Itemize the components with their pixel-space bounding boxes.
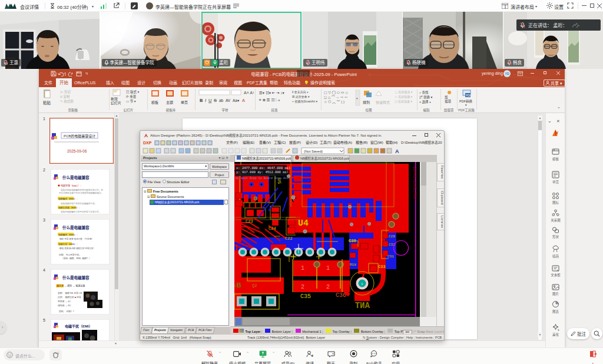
svg-text:什么是电磁兼容: 什么是电磁兼容 xyxy=(62,175,90,180)
svg-text:2025-09-06: 2025-09-06 xyxy=(67,149,87,153)
svg-text:电磁骚扰（EMS）：: 电磁骚扰（EMS）： xyxy=(58,233,79,236)
svg-text:C31: C31 xyxy=(387,254,394,259)
svg-text:C23: C23 xyxy=(246,219,253,224)
svg-text:▱ 形状轮廓 ▾: ▱ 形状轮廓 ▾ xyxy=(395,95,413,99)
svg-text:排列: 排列 xyxy=(363,100,370,105)
svg-text:Q2: Q2 xyxy=(252,283,257,288)
svg-text:是指对任意电磁骚扰环境中能够正常工作，且: 是指对任意电磁骚扰环境中能够正常工作，且 xyxy=(61,188,103,191)
svg-text:△ 形状填充 ▾: △ 形状填充 ▾ xyxy=(395,90,413,94)
svg-text:C35: C35 xyxy=(300,293,311,300)
svg-text:载项: 载项 xyxy=(445,99,452,104)
svg-text:C33: C33 xyxy=(378,264,386,269)
svg-text:A˄ A˅: A˄ A˅ xyxy=(244,91,254,95)
svg-text:PDF: PDF xyxy=(466,94,471,97)
svg-text:电磁抗扰度（EMS）：: 电磁抗扰度（EMS）： xyxy=(58,206,81,209)
svg-text:什么是电磁兼容: 什么是电磁兼容 xyxy=(62,275,90,280)
svg-text:线缆线 → RC: 线缆线 → RC xyxy=(58,304,71,307)
svg-text:Aa▾: Aa▾ xyxy=(233,98,240,102)
svg-text:粘贴: 粘贴 xyxy=(43,100,51,105)
svg-text:幻灯片: 幻灯片 xyxy=(111,101,121,105)
svg-text:损耗： 问题？？: 损耗： 问题？？ xyxy=(59,310,75,313)
svg-text:0: 0 xyxy=(362,282,363,286)
svg-text:C24: C24 xyxy=(269,226,276,231)
svg-text:⌁ 转换为SmartArt ▾: ⌁ 转换为SmartArt ▾ xyxy=(292,100,318,104)
svg-text:电磁干扰（EMI）: 电磁干扰（EMI） xyxy=(65,324,92,329)
svg-text:▾: ▾ xyxy=(465,103,467,107)
svg-text:A: A xyxy=(242,98,245,103)
svg-text:⧉ 复制: ⧉ 复制 xyxy=(60,94,70,99)
svg-text:是指在电磁骚扰小的不利环境下正常工作。: 是指在电磁骚扰小的不利环境下正常工作。 xyxy=(61,210,101,213)
svg-text:B: B xyxy=(200,98,203,103)
svg-text:⌕ 查找: ⌕ 查找 xyxy=(419,90,429,95)
svg-text:PCB的电磁兼容设计: PCB的电磁兼容设计 xyxy=(64,134,95,138)
svg-text:是指电磁环境产生的对设备骚扰干扰。: 是指电磁环境产生的对设备骚扰干扰。 xyxy=(61,202,97,205)
svg-text:发射： 辐射 RE 传导 CE: 发射： 辐射 RE 传导 CE xyxy=(58,292,82,294)
svg-text:U: U xyxy=(208,98,211,103)
svg-text:S: S xyxy=(214,98,217,103)
svg-text:⊞ 对齐文本 ▾: ⊞ 对齐文本 ▾ xyxy=(292,95,310,99)
svg-text:◆ 电磁环境（EMC）：: ◆ 电磁环境（EMC）： xyxy=(58,184,82,187)
svg-text:⫴ 文字方向 ▾: ⫴ 文字方向 ▾ xyxy=(292,90,309,94)
svg-text:抗扰： 辐射抗扰 ■ 传导: 抗扰： 辐射抗扰 ■ 传导 xyxy=(58,296,81,299)
svg-text:ANT: ANT xyxy=(355,301,370,310)
svg-text:什么是电磁兼容: 什么是电磁兼容 xyxy=(62,225,90,230)
svg-text:新建: 新建 xyxy=(111,97,118,101)
svg-text:1: 1 xyxy=(326,265,330,272)
svg-text:U4: U4 xyxy=(298,219,309,229)
svg-text:▭ 节 ▾: ▭ 节 ▾ xyxy=(126,99,136,104)
svg-text:主题: 主题 xyxy=(166,100,173,105)
svg-text:⌖ 选择 ▾: ⌖ 选择 ▾ xyxy=(419,100,431,104)
svg-text:DXP: DXP xyxy=(143,141,152,145)
svg-text:I: I xyxy=(205,98,206,103)
svg-text:Hotspot Snap to Board Snap Axi: Hotspot Snap to Board Snap Axis xyxy=(236,177,290,180)
svg-text:✂ 剪切: ✂ 剪切 xyxy=(60,90,71,94)
svg-text:⇄ 替换 ▾: ⇄ 替换 ▾ xyxy=(419,95,433,100)
svg-text:◲ 形状效果 ▾: ◲ 形状效果 ▾ xyxy=(395,100,413,104)
svg-text:电磁骚扰（EMS）：: 电磁骚扰（EMS）： xyxy=(58,197,79,200)
svg-text:≡ ≣ ☰ ☷ ⫶ ⫷: ≡ ≣ ☰ ☷ ⫶ ⫷ xyxy=(259,98,280,102)
svg-text:(Not Saved): (Not Saved) xyxy=(304,150,323,153)
svg-text:辐射 传导 谐波 电压闪变 （干扰源）: 辐射 传导 谐波 电压闪变 （干扰源） xyxy=(59,237,94,240)
svg-text:C22: C22 xyxy=(285,236,293,241)
svg-text:▢ ▽ ◯ ⬭ ▭ ◇: ▢ ▽ ◯ ⬭ ▭ ◇ xyxy=(324,91,348,95)
svg-text:C29: C29 xyxy=(389,234,395,239)
svg-text:静电 浪涌 脉冲群 辐射抗扰 传导抗扰: 静电 浪涌 脉冲群 辐射抗扰 传导抗扰 xyxy=(59,247,94,250)
svg-text:C36: C36 xyxy=(336,292,346,299)
svg-text:2: 2 xyxy=(301,284,304,290)
svg-text:不会对相关设备产生无法承受的电磁骚扰能力。: 不会对相关设备产生无法承受的电磁骚扰能力。 xyxy=(59,191,103,194)
svg-text:☆ ⬠ ︵ ︶ ( ): ☆ ⬠ ︵ ︶ ( ) xyxy=(324,100,344,104)
svg-text:⟳ 重置: ⟳ 重置 xyxy=(126,94,137,98)
svg-text:2: 2 xyxy=(326,284,330,290)
svg-text:模板: 模板 xyxy=(151,100,158,105)
svg-text:快速样式: 快速样式 xyxy=(376,100,390,105)
svg-text:ab: ab xyxy=(219,98,224,102)
svg-text:▤ 版式 ▾: ▤ 版式 ▾ xyxy=(126,90,140,94)
svg-text:电磁抗扰（EMS）：: 电磁抗扰（EMS）： xyxy=(58,243,79,246)
svg-text:R18: R18 xyxy=(350,263,356,267)
svg-text:✎ 格式刷: ✎ 格式刷 xyxy=(60,99,74,104)
svg-text:22401-210S_T00: 22401-210S_T00 xyxy=(412,167,416,199)
svg-text:1: 1 xyxy=(301,265,304,272)
svg-text:骚扰源 → 耦合 → 敏感设备: 骚扰源 → 耦合 → 敏感设备 xyxy=(57,284,85,287)
svg-text:C30: C30 xyxy=(349,239,356,243)
svg-text:（导体--辐射，空间--辐射？）: （导体--辐射，空间--辐射？） xyxy=(61,257,91,260)
svg-text:-B: -B xyxy=(234,282,241,289)
svg-text:空间波 → 4C: 空间波 → 4C xyxy=(58,300,71,303)
svg-text:单页: 单页 xyxy=(181,100,188,105)
svg-text:问题：书上传导干扰，: 问题：书上传导干扰， xyxy=(59,253,81,256)
svg-text:x: 2477.000 dx: 4647.000 mil: x: 2477.000 dx: 4647.000 mil xyxy=(236,166,290,170)
svg-text:◻ △ ⌒ ↔ ⇨ ⇦: ◻ △ ⌒ ↔ ⇨ ⇦ xyxy=(324,95,347,99)
svg-text:加: 加 xyxy=(445,95,448,100)
svg-text:A: A xyxy=(395,148,399,154)
svg-text:AV: AV xyxy=(226,98,231,102)
svg-text:☰▾ ☷▾ ⇤ ⇥ ↕▾: ☰▾ ☷▾ ⇤ ⇥ ↕▾ xyxy=(259,91,285,95)
svg-text:y: 917.000 dy: 4512.000 mil: y: 917.000 dy: 4512.000 mil xyxy=(236,170,289,174)
